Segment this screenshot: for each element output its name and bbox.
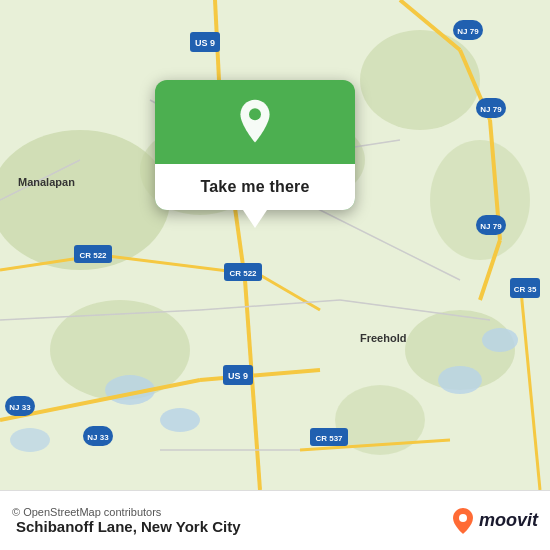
- svg-point-61: [459, 514, 467, 522]
- svg-text:NJ 33: NJ 33: [9, 403, 31, 412]
- bottom-bar: © OpenStreetMap contributors Schibanoff …: [0, 490, 550, 550]
- svg-text:NJ 79: NJ 79: [457, 27, 479, 36]
- moovit-label: moovit: [479, 510, 538, 531]
- svg-text:CR 537: CR 537: [315, 434, 343, 443]
- popup-icon-area: [231, 98, 279, 146]
- copyright-text: © OpenStreetMap contributors: [12, 506, 451, 518]
- svg-point-60: [249, 108, 261, 120]
- svg-text:NJ 33: NJ 33: [87, 433, 109, 442]
- popup-tail: [243, 210, 267, 228]
- svg-text:NJ 79: NJ 79: [480, 222, 502, 231]
- svg-point-12: [482, 328, 518, 352]
- svg-point-11: [438, 366, 482, 394]
- svg-text:US 9: US 9: [195, 38, 215, 48]
- map-popup: Take me there: [155, 80, 355, 210]
- svg-point-5: [360, 30, 480, 130]
- svg-point-13: [10, 428, 50, 452]
- svg-point-10: [160, 408, 200, 432]
- svg-text:CR 35: CR 35: [514, 285, 537, 294]
- take-me-there-button[interactable]: Take me there: [155, 164, 355, 210]
- svg-text:NJ 79: NJ 79: [480, 105, 502, 114]
- location-pin-icon: [231, 98, 279, 146]
- svg-text:CR 522: CR 522: [79, 251, 107, 260]
- svg-point-6: [430, 140, 530, 260]
- svg-text:CR 522: CR 522: [229, 269, 257, 278]
- moovit-logo: moovit: [451, 507, 538, 535]
- moovit-pin-icon: [451, 507, 475, 535]
- location-title: Schibanoff Lane, New York City: [16, 518, 451, 535]
- svg-text:US 9: US 9: [228, 371, 248, 381]
- svg-text:Freehold: Freehold: [360, 332, 406, 344]
- map-container: US 9 NJ 79 NJ 79 NJ 79 CR 35 CR 522 CR 5…: [0, 0, 550, 490]
- svg-text:Manalapan: Manalapan: [18, 176, 75, 188]
